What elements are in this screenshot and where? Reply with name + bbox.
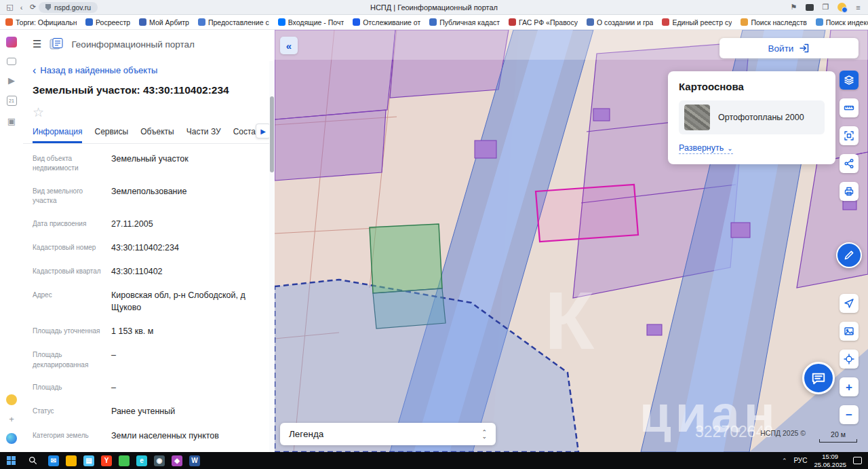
- bookmark-item[interactable]: ГАС РФ «Правосу: [509, 18, 578, 26]
- collections-icon[interactable]: ❐: [820, 3, 831, 12]
- messenger-icon[interactable]: [7, 58, 16, 65]
- locate-button[interactable]: [840, 294, 859, 313]
- calendar-icon[interactable]: 21: [7, 96, 17, 106]
- layers-button[interactable]: [840, 71, 859, 90]
- tabs-overflow-button[interactable]: ▶: [256, 124, 271, 138]
- identify-object-button[interactable]: [840, 126, 859, 145]
- taskbar-search-button[interactable]: [22, 452, 43, 469]
- tab-manager-icon[interactable]: ◱: [4, 3, 16, 12]
- tab-title: НСПД | Геоинформационный портал: [203, 3, 665, 12]
- zoom-in-button[interactable]: +: [840, 377, 859, 396]
- taskbar-app-icon: ✉: [48, 455, 59, 466]
- back-to-results-link[interactable]: ‹ Назад в найденные объекты: [33, 65, 265, 75]
- taskbar-app-icon: e: [136, 455, 147, 466]
- tab[interactable]: Информация: [33, 121, 82, 143]
- share-button[interactable]: [840, 154, 859, 173]
- bookmark-item[interactable]: Публичная кадаст: [429, 18, 500, 26]
- taskbar-app-button[interactable]: Y: [98, 452, 115, 469]
- legend-toggle-icon[interactable]: ⌃⌄: [481, 430, 487, 438]
- taskbar-app-button[interactable]: e: [133, 452, 151, 469]
- zoom-out-button[interactable]: −: [840, 405, 859, 424]
- sidebar-app-icon[interactable]: [6, 37, 17, 48]
- field-value: 27.11.2005: [111, 218, 265, 230]
- field-label: Категория земель: [33, 430, 102, 442]
- bookmark-item[interactable]: Поиск индекса —: [816, 18, 868, 26]
- taskbar-app-glyph: ◉: [157, 457, 163, 464]
- back-icon[interactable]: ‹: [16, 3, 27, 12]
- tab[interactable]: Сервисы: [94, 121, 128, 143]
- object-title: Земельный участок: 43:30:110402:234: [33, 84, 265, 96]
- field-value: Ранее учтенный: [111, 405, 265, 417]
- taskbar-app-button[interactable]: [115, 452, 133, 469]
- bookmark-item[interactable]: Входящие - Почт: [278, 18, 344, 26]
- tab-label: Части ЗУ: [186, 127, 221, 136]
- taskbar-app-button[interactable]: ✉: [45, 452, 62, 469]
- taskbar-app-button[interactable]: ◆: [168, 452, 186, 469]
- smiley-app-icon[interactable]: [6, 394, 17, 405]
- screenshot-button[interactable]: [840, 322, 859, 341]
- print-icon: [844, 186, 854, 197]
- collapse-panel-button[interactable]: «: [280, 37, 298, 54]
- address-bar[interactable]: nspd.gov.ru: [39, 2, 98, 13]
- tab[interactable]: Соста: [233, 121, 256, 143]
- field-value: Кировская обл, р-н Слободской, д Щуково: [111, 289, 265, 314]
- panel-scrollbar[interactable]: [269, 61, 275, 452]
- taskbar-app-glyph: Y: [104, 457, 109, 464]
- bookmark-item[interactable]: О создании и гра: [587, 18, 653, 26]
- tray-chevron-icon[interactable]: ⌃: [782, 457, 787, 464]
- language-indicator[interactable]: РУС: [793, 457, 807, 464]
- taskbar-app-icon: [119, 455, 130, 466]
- taskbar-app-button[interactable]: [62, 452, 80, 469]
- ruler-button[interactable]: [840, 98, 859, 117]
- bookmark-item[interactable]: Отслеживание от: [353, 18, 420, 26]
- expand-link[interactable]: Развернуть ⌄: [679, 143, 733, 154]
- login-label: Войти: [768, 43, 794, 54]
- clock[interactable]: 15:09 25.06.2025: [814, 453, 846, 469]
- bookmark-item[interactable]: Поиск наследств: [741, 18, 806, 26]
- tab[interactable]: Части ЗУ: [186, 121, 221, 143]
- notification-center-icon[interactable]: [853, 457, 862, 464]
- field-label: Вид земельного участка: [33, 185, 102, 206]
- draw-tools-button[interactable]: [836, 242, 862, 268]
- taskbar-app-glyph: W: [191, 457, 197, 464]
- taskbar-app-button[interactable]: ▤: [80, 452, 98, 469]
- taskbar-app-icon: Y: [101, 455, 112, 466]
- browser-sidebar: ▶ 21 ▣ +: [0, 30, 23, 452]
- bookmark-item[interactable]: Единый реестр су: [662, 18, 732, 26]
- bookmark-label: Торги: Официальн: [16, 18, 77, 26]
- screenshot-tool-icon[interactable]: ▣: [7, 116, 16, 126]
- taskbar-app-button[interactable]: W: [186, 452, 203, 469]
- bookmark-item[interactable]: Мой Арбитр: [139, 18, 189, 26]
- favorite-star-icon[interactable]: ☆: [33, 106, 265, 119]
- bookmark-label: Единый реестр су: [672, 18, 732, 26]
- menu-icon[interactable]: ☰: [33, 38, 41, 50]
- chat-button[interactable]: [802, 362, 835, 394]
- field-label: Площадь: [33, 381, 102, 394]
- refresh-icon[interactable]: ⟳: [27, 3, 39, 12]
- bookmark-flag-icon[interactable]: ⚑: [788, 3, 800, 12]
- basemap-layer-row[interactable]: Ортофотопланы 2000: [679, 100, 825, 134]
- green-parcel[interactable]: [370, 224, 442, 293]
- bookmark-item[interactable]: Торги: Официальн: [5, 18, 77, 26]
- teal-parcel[interactable]: [373, 288, 446, 329]
- tab[interactable]: Объекты: [140, 121, 174, 143]
- bookmark-item[interactable]: Росреестр: [85, 18, 130, 26]
- print-button[interactable]: [840, 182, 859, 201]
- scrollbar-thumb[interactable]: [270, 96, 274, 172]
- bookmark-label: Публичная кадаст: [439, 18, 500, 26]
- chat-panel-icon[interactable]: [806, 4, 814, 11]
- login-icon: [799, 43, 810, 54]
- windows-logo-icon: [7, 456, 16, 465]
- taskbar-app-button[interactable]: ◉: [151, 452, 168, 469]
- coordinates-button[interactable]: [840, 350, 859, 369]
- browser-menu-icon[interactable]: ≡: [852, 3, 864, 12]
- bookmark-item[interactable]: Предоставление с: [198, 18, 269, 26]
- start-button[interactable]: [0, 452, 22, 469]
- login-button[interactable]: Войти: [719, 38, 859, 58]
- alice-icon[interactable]: [6, 433, 17, 444]
- legend-bar[interactable]: Легенда ⌃⌄: [280, 423, 496, 445]
- add-panel-icon[interactable]: +: [9, 414, 14, 424]
- selected-parcel[interactable]: [536, 185, 638, 242]
- profile-avatar[interactable]: [837, 3, 846, 12]
- play-icon[interactable]: ▶: [8, 75, 15, 86]
